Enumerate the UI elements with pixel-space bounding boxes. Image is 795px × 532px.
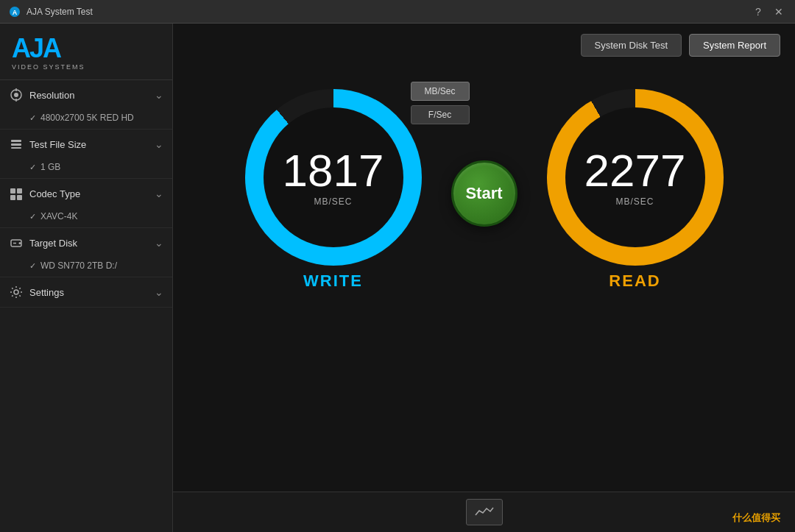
svg-point-16 — [14, 290, 18, 294]
resolution-icon — [9, 88, 24, 102]
main-layout: AJA VIDEO SYSTEMS Resolution ⌄ 4800x2700 — [0, 24, 795, 532]
settings-label: Settings — [29, 287, 155, 298]
app-icon: A — [9, 6, 21, 18]
close-button[interactable]: ✕ — [771, 4, 786, 19]
file-size-icon — [9, 137, 24, 152]
start-button[interactable]: Start — [451, 160, 517, 227]
write-gauge-container: 1817 MB/SEC WRITE — [245, 89, 422, 291]
svg-point-3 — [14, 93, 18, 97]
resolution-header[interactable]: Resolution ⌄ — [0, 80, 172, 110]
file-size-value: 1 GB — [0, 159, 172, 178]
resolution-label: Resolution — [29, 90, 155, 101]
settings-chevron-icon: ⌄ — [155, 286, 163, 298]
write-value: 1817 — [283, 148, 384, 194]
write-unit: MB/SEC — [314, 196, 352, 207]
svg-rect-9 — [10, 188, 15, 194]
watermark: 什么值得买 — [732, 511, 780, 525]
target-disk-icon — [9, 235, 24, 250]
aja-subtitle: VIDEO SYSTEMS — [12, 63, 85, 71]
write-gauge-center: 1817 MB/SEC — [264, 107, 403, 247]
svg-rect-10 — [17, 188, 22, 194]
file-size-header[interactable]: Test File Size ⌄ — [0, 130, 172, 159]
unit-selector: MB/Sec F/Sec — [411, 82, 470, 124]
svg-point-14 — [19, 242, 21, 244]
start-container: Start — [451, 138, 517, 227]
file-size-section: Test File Size ⌄ 1 GB — [0, 130, 172, 179]
target-disk-header[interactable]: Target Disk ⌄ — [0, 228, 172, 258]
chart-icon — [474, 505, 495, 519]
read-gauge-container: 2277 MB/SEC READ — [547, 89, 724, 291]
file-size-label: Test File Size — [29, 139, 155, 150]
bottom-bar — [173, 492, 795, 532]
help-button[interactable]: ? — [751, 4, 766, 19]
window-title: AJA System Test — [26, 7, 751, 17]
file-size-chevron-icon: ⌄ — [155, 138, 163, 150]
resolution-section: Resolution ⌄ 4800x2700 5K RED HD — [0, 80, 172, 130]
read-gauge-center: 2277 MB/SEC — [565, 107, 705, 247]
svg-rect-7 — [11, 143, 21, 146]
svg-rect-8 — [11, 147, 21, 149]
resolution-value: 4800x2700 5K RED HD — [0, 110, 172, 129]
svg-rect-12 — [17, 195, 22, 200]
target-disk-label: Target Disk — [29, 238, 155, 249]
sidebar: AJA VIDEO SYSTEMS Resolution ⌄ 4800x2700 — [0, 24, 173, 532]
gauges-row: 1817 MB/SEC WRITE Start 2277 — [245, 89, 724, 291]
codec-label: Codec Type — [29, 188, 155, 199]
read-unit: MB/SEC — [615, 196, 654, 207]
title-bar: A AJA System Test ? ✕ — [0, 0, 795, 24]
resolution-chevron-icon: ⌄ — [155, 89, 163, 101]
svg-rect-11 — [10, 195, 15, 200]
content-area: System Disk Test System Report MB/Sec F/… — [173, 24, 795, 532]
codec-value: XAVC-4K — [0, 208, 172, 227]
system-disk-test-button[interactable]: System Disk Test — [581, 34, 682, 57]
target-disk-value: WD SN770 2TB D:/ — [0, 258, 172, 277]
codec-header[interactable]: Codec Type ⌄ — [0, 179, 172, 208]
aja-logo: AJA VIDEO SYSTEMS — [12, 35, 160, 71]
aja-letters: AJA — [12, 35, 60, 62]
codec-icon — [9, 186, 24, 201]
codec-chevron-icon: ⌄ — [155, 188, 163, 199]
target-disk-section: Target Disk ⌄ WD SN770 2TB D:/ — [0, 228, 172, 277]
gauges-area: MB/Sec F/Sec 1817 MB/SEC WRITE — [173, 67, 795, 492]
top-bar: System Disk Test System Report — [173, 24, 795, 67]
logo-area: AJA VIDEO SYSTEMS — [0, 24, 172, 80]
chart-button[interactable] — [466, 499, 503, 525]
f-sec-button[interactable]: F/Sec — [411, 105, 470, 124]
mb-sec-button[interactable]: MB/Sec — [411, 82, 470, 101]
read-value: 2277 — [584, 148, 686, 194]
write-gauge-ring: 1817 MB/SEC — [245, 89, 422, 266]
settings-header[interactable]: Settings ⌄ — [0, 277, 172, 307]
target-disk-chevron-icon: ⌄ — [155, 237, 163, 249]
svg-text:A: A — [13, 9, 18, 16]
read-gauge-ring: 2277 MB/SEC — [547, 89, 724, 266]
write-label: WRITE — [303, 272, 363, 291]
window-controls: ? ✕ — [751, 4, 786, 19]
settings-icon — [9, 285, 24, 299]
read-label: READ — [609, 272, 660, 291]
codec-section: Codec Type ⌄ XAVC-4K — [0, 179, 172, 228]
system-report-button[interactable]: System Report — [689, 34, 780, 57]
settings-section: Settings ⌄ — [0, 277, 172, 308]
svg-rect-6 — [11, 140, 21, 142]
